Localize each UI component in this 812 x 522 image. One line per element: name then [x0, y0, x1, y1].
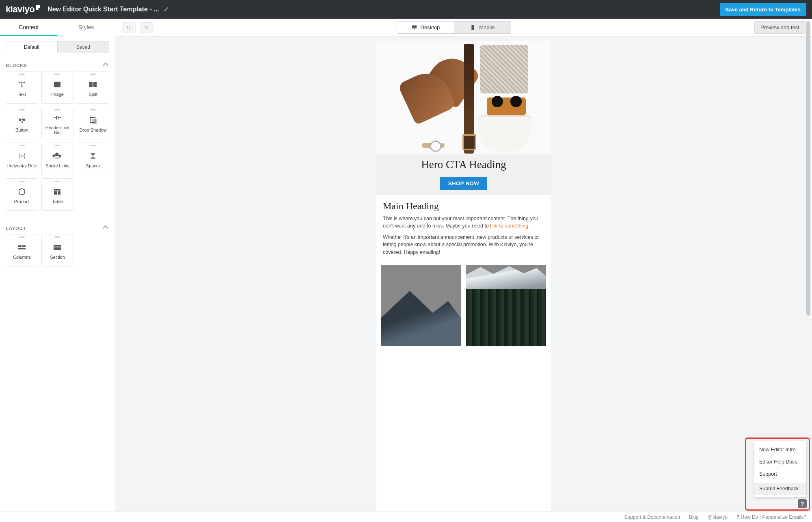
social-links-icon [52, 151, 62, 161]
email-preview[interactable]: Hero CTA Heading SHOP NOW Main Heading T… [376, 41, 551, 511]
help-new-editor-intro[interactable]: New Editor Intro [754, 444, 806, 456]
spacer-icon [88, 151, 98, 161]
inline-link[interactable]: link to something [490, 223, 528, 229]
sidebar: Content Styles Default Saved Blocks Text… [0, 19, 115, 511]
device-toggle: Desktop Mobile [397, 21, 511, 34]
logo[interactable]: klaviyo [6, 4, 40, 15]
block-product[interactable]: Product [6, 178, 38, 211]
layout-section[interactable]: Section [41, 234, 74, 266]
blocks-section-head[interactable]: Blocks [6, 60, 109, 71]
logo-text: klaviyo [6, 4, 35, 14]
help-button[interactable]: ? [798, 499, 807, 508]
button-icon [17, 115, 27, 125]
image-icon [52, 80, 62, 89]
block-header-link-bar[interactable]: Header/Link Bar [41, 107, 74, 139]
chevron-up-icon [103, 63, 108, 68]
toolbar: Desktop Mobile Preview and test [115, 19, 812, 37]
save-return-button[interactable]: Save and Return to Templates [720, 3, 806, 16]
main-heading: Main Heading [383, 201, 544, 212]
layout-section-label: Layout [6, 226, 26, 231]
section-icon [52, 243, 62, 252]
help-menu: New Editor Intro Editor Help Docs Suppor… [754, 441, 807, 498]
cta-button[interactable]: SHOP NOW [440, 177, 487, 190]
blocks-section-label: Blocks [6, 63, 27, 68]
blocks-section: Blocks Text Image Split Button [0, 57, 115, 217]
horizontal-rule-icon [17, 151, 27, 161]
text-icon [17, 80, 27, 89]
layout-section: Layout Columns Section [0, 220, 115, 273]
hero-heading: Hero CTA Heading [376, 158, 551, 171]
title-area: New Editor Quick Start Template - ... [48, 6, 168, 13]
mobile-icon [470, 24, 476, 30]
canvas[interactable]: Hero CTA Heading SHOP NOW Main Heading T… [115, 37, 812, 511]
block-text[interactable]: Text [6, 71, 38, 104]
redo-button[interactable] [140, 22, 153, 33]
block-drop-shadow[interactable]: Drop Shadow [77, 107, 109, 139]
tab-content[interactable]: Content [0, 19, 58, 36]
help-editor-docs[interactable]: Editor Help Docs [754, 456, 806, 468]
block-table[interactable]: Table [41, 178, 74, 211]
text-block[interactable]: Main Heading This is where you can put y… [376, 195, 551, 263]
chevron-up-icon [103, 225, 108, 231]
layout-section-head[interactable]: Layout [6, 223, 109, 234]
layout-columns[interactable]: Columns [6, 234, 38, 266]
blocks-subtabs: Default Saved [0, 36, 115, 57]
pencil-icon[interactable] [163, 6, 169, 12]
block-spacer[interactable]: Spacer [77, 143, 109, 175]
desktop-icon [411, 24, 417, 30]
two-column-images[interactable] [376, 263, 551, 346]
device-mobile[interactable]: Mobile [454, 22, 511, 33]
help-support[interactable]: Support [754, 468, 806, 480]
block-image[interactable]: Image [41, 71, 74, 104]
device-desktop[interactable]: Desktop [397, 22, 454, 33]
paragraph-2: Whether it's an important announcement, … [383, 234, 544, 256]
block-horizontal-rule[interactable]: Horizontal Rule [6, 143, 38, 175]
table-icon [52, 187, 62, 197]
scrollbar-thumb[interactable] [806, 21, 810, 316]
tab-styles[interactable]: Styles [58, 19, 115, 36]
topbar: klaviyo New Editor Quick Start Template … [0, 0, 812, 19]
product-icon [17, 187, 27, 197]
undo-button[interactable] [122, 22, 136, 33]
hero-block[interactable]: Hero CTA Heading SHOP NOW [376, 41, 551, 195]
hero-image [376, 41, 551, 154]
drop-shadow-icon [88, 115, 98, 125]
image-right [466, 265, 546, 346]
preview-test-button[interactable]: Preview and test [754, 21, 806, 34]
subtab-saved[interactable]: Saved [58, 41, 109, 53]
sidebar-tabs: Content Styles [0, 19, 115, 36]
subtab-default[interactable]: Default [6, 41, 58, 53]
main: Desktop Mobile Preview and test [115, 19, 812, 511]
template-title: New Editor Quick Start Template - ... [48, 6, 159, 13]
help-submit-feedback[interactable]: Submit Feedback [754, 483, 806, 495]
logo-mark-icon [36, 5, 40, 10]
block-button[interactable]: Button [6, 107, 38, 139]
header-link-bar-icon [52, 113, 62, 123]
block-split[interactable]: Split [77, 71, 109, 104]
block-social-links[interactable]: Social Links [41, 143, 74, 175]
split-icon [88, 80, 98, 89]
vertical-scrollbar[interactable] [806, 19, 811, 511]
image-left [381, 265, 461, 346]
paragraph-1: This is where you can put your most impo… [383, 215, 544, 230]
columns-icon [17, 243, 27, 252]
